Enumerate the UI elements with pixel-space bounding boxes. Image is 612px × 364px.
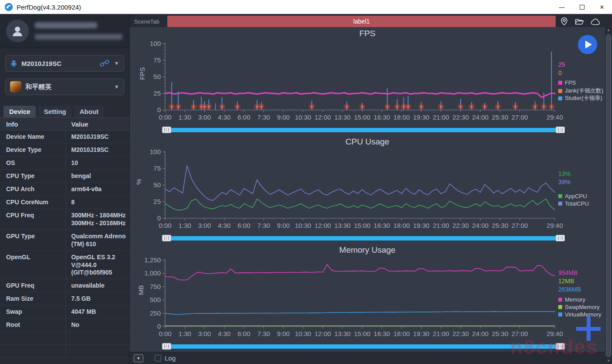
perfdog-logo-icon bbox=[4, 3, 13, 11]
scroll-left-handle[interactable] bbox=[162, 127, 171, 133]
fps-time-scrollbar bbox=[130, 127, 605, 134]
expand-dropdown-button[interactable]: ▼ bbox=[134, 354, 143, 362]
value-cell: unavailable bbox=[66, 279, 129, 292]
info-cell: CPU Type bbox=[0, 170, 66, 182]
svg-text:27:00: 27:00 bbox=[512, 222, 528, 229]
svg-text:10:30: 10:30 bbox=[295, 113, 311, 121]
table-row: CPU CoreNum 8 bbox=[0, 196, 129, 209]
legend-item: FPS bbox=[558, 79, 576, 86]
svg-text:21:00: 21:00 bbox=[433, 113, 449, 121]
svg-text:27:00: 27:00 bbox=[512, 113, 528, 121]
svg-text:3:00: 3:00 bbox=[198, 330, 211, 337]
value-cell: 300MHz - 1804MHz 300MHz - 2016MHz bbox=[66, 209, 129, 230]
memory-chart: 02505007501,0001,2500:001:303:004:306:00… bbox=[130, 257, 605, 342]
table-row: Device Type M2010J19SC bbox=[0, 144, 129, 157]
avatar[interactable] bbox=[6, 20, 29, 42]
tab-setting[interactable]: Setting bbox=[38, 106, 72, 117]
scroll-up-arrow[interactable]: ▲ bbox=[605, 27, 612, 33]
sidebar: M2010J19SC ▼ 和平精英 ▼ Device Setting About bbox=[0, 14, 130, 364]
legend-swatch bbox=[558, 194, 562, 198]
scroll-track[interactable] bbox=[171, 128, 556, 132]
svg-text:75: 75 bbox=[153, 56, 161, 64]
scroll-right-handle[interactable] bbox=[556, 343, 565, 350]
cloud-icon[interactable] bbox=[591, 18, 601, 25]
scroll-right-handle[interactable] bbox=[556, 127, 565, 133]
scroll-right-handle[interactable] bbox=[556, 235, 565, 241]
value-cell: Qualcomm Adreno (TM) 610 bbox=[66, 230, 129, 251]
user-info-redacted bbox=[35, 22, 122, 40]
table-row bbox=[0, 345, 129, 358]
fps-chart-block: FPS FPS 02550751000:001:303:004:306:007:… bbox=[130, 27, 605, 135]
svg-text:0: 0 bbox=[157, 106, 161, 113]
svg-text:22:30: 22:30 bbox=[453, 222, 469, 229]
maximize-button[interactable] bbox=[572, 0, 592, 14]
value-cell bbox=[66, 345, 129, 357]
table-row: Root No bbox=[0, 319, 129, 332]
scroll-left-handle[interactable] bbox=[162, 343, 171, 350]
scroll-left-handle[interactable] bbox=[162, 235, 171, 241]
svg-text:6:00: 6:00 bbox=[238, 222, 250, 229]
legend-current-value: 954MB bbox=[558, 269, 577, 276]
usb-connection-icon[interactable] bbox=[100, 60, 110, 67]
svg-text:13:30: 13:30 bbox=[334, 222, 351, 229]
bottom-bar: ▼ Log bbox=[130, 352, 605, 364]
play-button[interactable] bbox=[578, 35, 597, 54]
location-pin-icon[interactable] bbox=[560, 17, 568, 26]
info-cell: CPU Freq bbox=[0, 209, 66, 230]
value-cell: No bbox=[66, 319, 129, 331]
tab-device[interactable]: Device bbox=[3, 106, 36, 117]
log-checkbox[interactable] bbox=[155, 355, 161, 361]
minimize-button[interactable]: — bbox=[552, 0, 572, 14]
scene-label-tab[interactable]: label1 bbox=[167, 16, 556, 27]
memory-chart-title: Memory Usage bbox=[130, 244, 605, 257]
svg-text:0: 0 bbox=[157, 323, 161, 330]
scroll-down-arrow[interactable]: ▼ bbox=[605, 358, 612, 364]
info-cell: OS bbox=[0, 157, 66, 169]
svg-text:19:30: 19:30 bbox=[413, 222, 430, 229]
legend-item: Memory bbox=[558, 296, 585, 303]
memory-chart-block: Memory Usage MB 02505007501,0001,2500:00… bbox=[130, 244, 605, 352]
svg-text:6:00: 6:00 bbox=[238, 330, 250, 337]
svg-text:16:30: 16:30 bbox=[373, 330, 390, 337]
table-row: GPU Freq unavailable bbox=[0, 279, 129, 292]
vertical-scroll-thumb[interactable] bbox=[606, 34, 611, 357]
scroll-track[interactable] bbox=[171, 236, 556, 240]
add-button[interactable] bbox=[576, 316, 601, 341]
info-cell: Root bbox=[0, 319, 66, 331]
svg-text:18:00: 18:00 bbox=[393, 330, 410, 337]
value-column-header: Value bbox=[66, 120, 129, 128]
charts-area: FPS FPS 02550751000:001:303:004:306:007:… bbox=[130, 27, 605, 352]
chevron-down-icon: ▼ bbox=[114, 60, 119, 66]
maximize-icon bbox=[580, 5, 584, 10]
app-select[interactable]: 和平精英 ▼ bbox=[5, 79, 124, 95]
svg-text:10:30: 10:30 bbox=[295, 222, 311, 229]
svg-text:1:30: 1:30 bbox=[178, 113, 191, 121]
table-row: GPU Type Qualcomm Adreno (TM) 610 bbox=[0, 230, 129, 251]
table-row: Device Name M2010J19SC bbox=[0, 130, 129, 144]
user-email-blur bbox=[35, 34, 122, 40]
svg-text:13:30: 13:30 bbox=[334, 330, 351, 337]
legend-current-value: 2636MB bbox=[558, 286, 581, 293]
info-cell: Swap bbox=[0, 306, 66, 318]
legend-item: SwapMemory bbox=[558, 304, 599, 310]
close-button[interactable]: ✕ bbox=[592, 0, 612, 14]
svg-text:1:30: 1:30 bbox=[178, 222, 191, 229]
tab-about[interactable]: About bbox=[74, 106, 104, 117]
info-cell bbox=[0, 332, 66, 344]
svg-text:19:30: 19:30 bbox=[413, 330, 430, 337]
device-name-label: M2010J19SC bbox=[21, 60, 62, 67]
svg-text:0:00: 0:00 bbox=[159, 222, 171, 229]
info-cell: CPU CoreNum bbox=[0, 196, 66, 209]
device-select[interactable]: M2010J19SC ▼ bbox=[5, 55, 124, 72]
table-row: Ram Size 7.5 GB bbox=[0, 292, 129, 306]
vertical-scroll-track[interactable] bbox=[606, 33, 611, 358]
legend-swatch bbox=[558, 81, 562, 85]
info-cell: Ram Size bbox=[0, 292, 66, 305]
folder-icon[interactable] bbox=[575, 17, 584, 25]
svg-text:9:00: 9:00 bbox=[277, 113, 290, 121]
scroll-track[interactable] bbox=[171, 344, 556, 349]
legend-item: AppCPU bbox=[558, 193, 587, 199]
legend-swatch bbox=[558, 298, 562, 302]
svg-text:15:00: 15:00 bbox=[354, 113, 370, 121]
svg-text:1,000: 1,000 bbox=[144, 269, 161, 277]
